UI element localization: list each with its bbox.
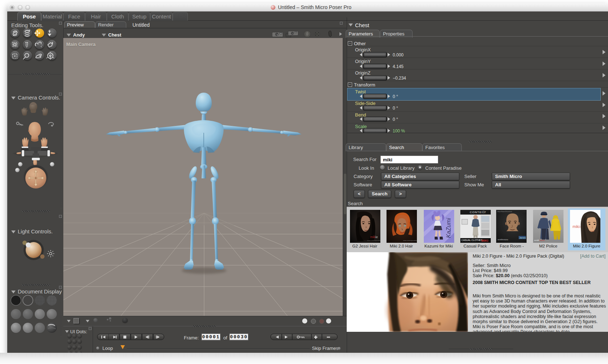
svg-text:MIKI: MIKI: [481, 239, 488, 242]
svg-text:smithmicro: smithmicro: [534, 239, 545, 241]
svg-text:CASUAL CLOTHES: CASUAL CLOTHES: [461, 239, 483, 241]
svg-text:www.contentparadise.com: www.contentparadise.com: [403, 240, 417, 241]
svg-text:KaZumi: KaZumi: [446, 218, 452, 238]
